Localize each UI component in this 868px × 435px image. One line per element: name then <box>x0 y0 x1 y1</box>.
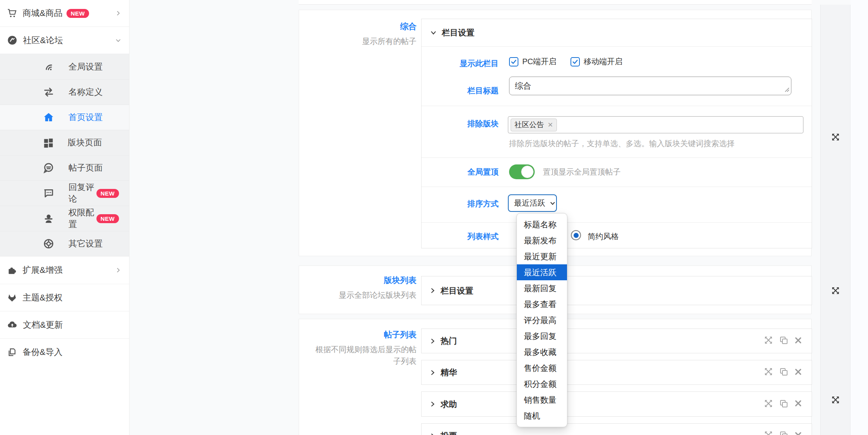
user-secret-icon <box>43 213 54 224</box>
sidebar-item-reply-comments[interactable]: 回复评论 NEW <box>0 180 129 206</box>
sidebar-item-label: 备份&导入 <box>23 346 63 358</box>
collapsed-panel-column-settings[interactable]: 栏目设置 <box>421 276 812 305</box>
close-icon[interactable] <box>794 368 802 377</box>
panel-header-label: 栏目设置 <box>442 27 474 38</box>
section-title: 版块列表 <box>299 275 416 286</box>
close-icon[interactable] <box>794 431 802 435</box>
sort-option[interactable]: 评分最高 <box>517 312 567 328</box>
expand-icon[interactable] <box>764 367 773 378</box>
sidebar-item-backup-import[interactable]: 备份&导入 <box>0 338 129 365</box>
chevron-right-icon <box>430 288 436 293</box>
sort-option[interactable]: 最多查看 <box>517 296 567 312</box>
global-sticky-toggle[interactable] <box>509 164 535 179</box>
row-exclude-forums: 排除版块 社区公告 ✕ 排除所选版块的帖子，支持单选、多选。输入版块关键词搜索选… <box>422 106 812 158</box>
cart-icon <box>7 8 17 18</box>
close-icon[interactable] <box>794 399 802 409</box>
column-title-textarea[interactable]: 综合 <box>509 77 791 95</box>
tag-chip: 社区公告 ✕ <box>511 119 557 131</box>
sidebar-item-permission-config[interactable]: 权限配置 NEW <box>0 206 129 231</box>
copy-icon[interactable] <box>779 430 788 435</box>
resize-grip-icon[interactable] <box>784 87 789 94</box>
section-description: 显示所有的帖子 <box>299 35 416 47</box>
tag-label: 社区公告 <box>514 120 544 130</box>
sidebar-item-label: 扩展&增强 <box>23 264 63 276</box>
sidebar-item-other-settings[interactable]: 其它设置 <box>0 231 129 256</box>
sort-option[interactable]: 最多回复 <box>517 328 567 344</box>
chat-bubble-icon <box>43 187 54 199</box>
sidebar-item-label: 首页设置 <box>68 112 103 123</box>
exclude-forums-input[interactable]: 社区公告 ✕ <box>508 116 803 133</box>
sort-option[interactable]: 售价金额 <box>517 360 567 376</box>
collapsed-panel-help[interactable]: 求助 <box>421 391 812 417</box>
sidebar-item-docs-updates[interactable]: 文档&更新 <box>0 311 129 338</box>
sort-option[interactable]: 最多收藏 <box>517 344 567 360</box>
copy-pages-icon <box>7 347 17 357</box>
panel-header[interactable]: 栏目设置 <box>422 19 812 47</box>
copy-icon[interactable] <box>779 335 788 346</box>
panel-actions <box>764 399 802 410</box>
repeat-icon <box>43 86 54 98</box>
expand-icon[interactable] <box>764 430 773 435</box>
new-badge: NEW <box>96 189 119 198</box>
sidebar-item-forum-page[interactable]: 版块页面 <box>0 130 129 155</box>
expand-icon[interactable] <box>764 399 773 410</box>
sidebar-item-theme-license[interactable]: 主题&授权 <box>0 284 129 311</box>
chevron-down-icon <box>115 37 121 44</box>
row-label: 全局置顶 <box>422 167 499 177</box>
row-list-style: 列表样式 简约风格 <box>422 222 812 249</box>
sidebar-item-global-settings[interactable]: 全局设置 <box>0 54 129 79</box>
panel-actions <box>764 367 802 378</box>
sidebar-item-thread-page[interactable]: 帖子页面 <box>0 155 129 180</box>
right-column-background <box>850 0 868 435</box>
tag-remove-icon[interactable]: ✕ <box>548 122 553 128</box>
checkbox-pc[interactable] <box>509 57 518 66</box>
sort-option[interactable]: 销售数量 <box>517 392 567 408</box>
expand-icon[interactable] <box>764 335 773 346</box>
collapsed-panel-hot[interactable]: 热门 <box>421 328 812 353</box>
select-value: 最近活跃 <box>514 198 545 208</box>
move-handle-icon[interactable] <box>831 133 840 143</box>
sort-method-select[interactable]: 最近活跃 <box>508 194 557 212</box>
row-display-and-title: 显示此栏目 PC端开启 移动端开启 栏目标题 综合 <box>422 47 812 106</box>
sidebar-item-homepage-settings[interactable]: 首页设置 <box>0 105 129 130</box>
checkbox-mobile-label: 移动端开启 <box>584 56 623 67</box>
row-label: 列表样式 <box>422 231 499 242</box>
section-label-column: 综合 显示所有的帖子 <box>299 21 416 47</box>
sidebar-item-name-definition[interactable]: 名称定义 <box>0 79 129 105</box>
sort-option[interactable]: 最近更新 <box>517 248 567 264</box>
move-handle-icon[interactable] <box>831 395 840 406</box>
sort-option-selected[interactable]: 最近活跃 <box>517 264 567 280</box>
row-sort-method: 排序方式 最近活跃 <box>422 187 812 223</box>
collapsed-panel-essence[interactable]: 精华 <box>421 360 812 385</box>
sidebar: 商城&商品 NEW 社区&论坛 全局设置 名称定义 <box>0 0 130 435</box>
sidebar-item-extensions[interactable]: 扩展&增强 <box>0 257 129 284</box>
collapsed-panel-vote[interactable]: 投票 <box>421 423 812 435</box>
close-icon[interactable] <box>794 336 802 346</box>
copy-icon[interactable] <box>779 367 788 378</box>
checkbox-mobile[interactable] <box>570 57 580 66</box>
list-style-radio[interactable] <box>571 230 581 240</box>
panel-header-label: 栏目设置 <box>441 285 473 296</box>
row-label: 排除版块 <box>422 119 499 129</box>
sort-option[interactable]: 最新回复 <box>517 280 567 296</box>
sidebar-item-label: 回复评论 <box>68 182 96 205</box>
sidebar-item-community[interactable]: 社区&论坛 <box>0 26 129 54</box>
sidebar-item-label: 版块页面 <box>68 137 102 148</box>
sort-option[interactable]: 随机 <box>517 408 567 424</box>
radio-label: 简约风格 <box>588 231 619 242</box>
chevron-right-icon <box>115 267 121 273</box>
sidebar-item-label: 名称定义 <box>68 86 103 98</box>
chevron-right-icon <box>430 370 436 376</box>
sidebar-item-label: 其它设置 <box>68 238 103 250</box>
sidebar-item-mall[interactable]: 商城&商品 NEW <box>0 0 129 26</box>
sort-option[interactable]: 标题名称 <box>517 217 567 232</box>
panel-header-label: 热门 <box>441 335 457 346</box>
sidebar-item-label: 帖子页面 <box>68 162 103 174</box>
sidebar-item-label: 社区&论坛 <box>23 35 63 46</box>
move-handle-icon[interactable] <box>831 286 840 297</box>
copy-icon[interactable] <box>779 399 788 410</box>
sort-dropdown-menu: 标题名称 最新发布 最近更新 最近活跃 最新回复 最多查看 评分最高 最多回复 … <box>516 213 567 427</box>
sort-option[interactable]: 最新发布 <box>517 232 567 248</box>
panel-header-label: 求助 <box>441 399 457 410</box>
sort-option[interactable]: 积分金额 <box>517 376 567 392</box>
